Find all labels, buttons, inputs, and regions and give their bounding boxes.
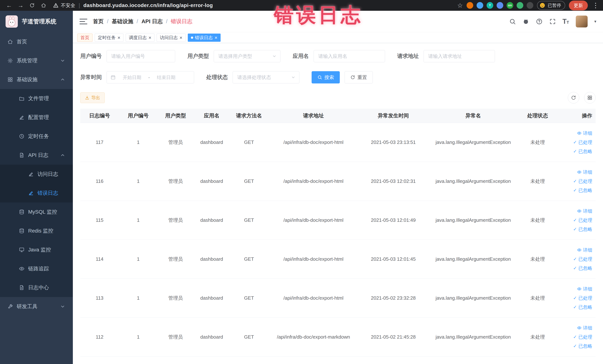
extension-icon[interactable]: on xyxy=(507,2,513,9)
ignored-link[interactable]: ✓已忽略 xyxy=(573,226,592,232)
extension-icon[interactable] xyxy=(527,2,533,9)
help-icon[interactable] xyxy=(536,18,543,25)
browser-menu-icon[interactable]: ⋮ xyxy=(592,1,599,9)
date-range-picker[interactable]: - xyxy=(107,71,194,83)
tab[interactable]: 调度日志 × xyxy=(126,34,154,42)
table-toolbar: 导出 xyxy=(80,92,596,104)
request-url-input[interactable] xyxy=(424,50,495,62)
eye-icon xyxy=(577,326,581,330)
sidebar-item[interactable]: 文件管理 xyxy=(0,89,73,108)
detail-link[interactable]: 详细 xyxy=(577,325,592,331)
detail-link[interactable]: 详细 xyxy=(577,208,592,214)
user-type-select[interactable] xyxy=(214,50,280,62)
fullscreen-icon[interactable] xyxy=(549,18,556,25)
sidebar-collapse-icon[interactable] xyxy=(80,19,87,24)
extension-icon[interactable] xyxy=(467,2,473,9)
font-size-icon[interactable]: TT xyxy=(563,18,569,25)
avatar[interactable] xyxy=(576,16,588,27)
processed-link[interactable]: ✓已处理 xyxy=(573,178,592,184)
chevron-down-icon xyxy=(272,54,277,59)
tab-close-icon[interactable]: × xyxy=(117,35,120,40)
ignored-link[interactable]: ✓已忽略 xyxy=(573,343,592,349)
ignored-link[interactable]: ✓已忽略 xyxy=(573,187,592,193)
ignored-link[interactable]: ✓已忽略 xyxy=(573,148,592,154)
extension-icon[interactable] xyxy=(517,2,523,9)
detail-link[interactable]: 详细 xyxy=(577,286,592,292)
sidebar-item[interactable]: 研发工具 xyxy=(0,297,73,316)
tab[interactable]: 访问日志 × xyxy=(157,34,185,42)
processed-link[interactable]: ✓已处理 xyxy=(573,217,592,223)
export-button[interactable]: 导出 xyxy=(80,92,105,103)
tab[interactable]: 错误日志 × xyxy=(188,34,220,42)
check-icon: ✓ xyxy=(573,179,577,183)
db-icon xyxy=(19,228,24,234)
breadcrumb-item[interactable]: 错误日志 / xyxy=(171,18,192,25)
home-icon[interactable] xyxy=(39,1,48,10)
detail-link[interactable]: 详细 xyxy=(577,130,592,136)
tab-close-icon[interactable]: × xyxy=(179,35,182,40)
chevron-icon xyxy=(60,153,65,158)
bookmark-star-icon[interactable]: ☆ xyxy=(457,2,463,9)
sidebar-item[interactable]: 配置管理 xyxy=(0,108,73,127)
column-settings-button[interactable] xyxy=(584,92,596,104)
back-icon[interactable]: ← xyxy=(4,1,14,10)
sidebar-item[interactable]: 首页 xyxy=(0,32,73,51)
sidebar-item[interactable]: 定时任务 xyxy=(0,127,73,146)
breadcrumb-item[interactable]: API 日志 / xyxy=(141,18,171,25)
sidebar-item[interactable]: 链路追踪 xyxy=(0,259,73,278)
tab[interactable]: 定时任务 × xyxy=(95,34,123,42)
github-icon[interactable] xyxy=(522,18,529,25)
wrench-icon xyxy=(7,304,13,309)
sidebar-item[interactable]: API 日志 xyxy=(0,146,73,165)
sidebar-item[interactable]: 错误日志 xyxy=(0,184,73,202)
detail-link[interactable]: 详细 xyxy=(577,247,592,253)
address-bar[interactable]: dashboard.yudao.iocoder.cn/infra/log/api… xyxy=(83,2,213,8)
paused-badge[interactable]: 已暂停 xyxy=(537,1,565,10)
sidebar-item[interactable]: 日志中心 xyxy=(0,278,73,297)
detail-link[interactable]: 详细 xyxy=(577,169,592,175)
cell-user-type: 管理员 xyxy=(158,162,194,201)
edit-icon xyxy=(28,190,34,196)
processed-link[interactable]: ✓已处理 xyxy=(573,295,592,301)
ignored-link[interactable]: ✓已忽略 xyxy=(573,304,592,310)
tab-close-icon[interactable]: × xyxy=(149,35,151,40)
process-status-select[interactable] xyxy=(233,71,299,83)
caret-down-icon[interactable]: ▾ xyxy=(594,19,596,24)
tab-close-icon[interactable]: × xyxy=(215,35,217,40)
breadcrumb-item[interactable]: 基础设施 / xyxy=(112,18,141,25)
start-date-input[interactable] xyxy=(118,75,146,80)
extension-icon[interactable]: Y xyxy=(487,2,493,9)
ignored-link[interactable]: ✓已忽略 xyxy=(573,265,592,271)
sidebar-item[interactable]: Redis 监控 xyxy=(0,221,73,240)
sidebar-item[interactable]: 基础设施 xyxy=(0,70,73,89)
column-header: 异常名 xyxy=(428,109,518,123)
sidebar-item[interactable]: Java 监控 xyxy=(0,240,73,259)
breadcrumb-item[interactable]: 首页 / xyxy=(93,18,112,25)
cell-log-id: 115 xyxy=(80,201,119,240)
sidebar-item[interactable]: 系统管理 xyxy=(0,51,73,70)
extension-icon[interactable] xyxy=(476,2,483,9)
forward-icon[interactable]: → xyxy=(16,1,26,10)
sidebar-item[interactable]: MySQL 监控 xyxy=(0,202,73,221)
cell-method: GET xyxy=(230,201,268,240)
sidebar-item[interactable]: 访问日志 xyxy=(0,165,73,184)
update-button[interactable]: 更新 xyxy=(569,0,588,10)
app-name-input[interactable] xyxy=(314,50,385,62)
user-id-input[interactable] xyxy=(107,50,175,62)
end-date-input[interactable] xyxy=(152,75,180,80)
tab[interactable]: 首页 xyxy=(77,34,93,42)
reset-button[interactable]: 重置 xyxy=(345,71,373,83)
processed-link[interactable]: ✓已处理 xyxy=(573,256,592,262)
screen: ← → 不安全 | dashboard.yudao.iocoder.cn/inf… xyxy=(0,0,603,364)
extension-icon[interactable] xyxy=(497,2,503,9)
site-security[interactable]: 不安全 xyxy=(53,2,75,9)
search-button[interactable]: 搜索 xyxy=(312,71,340,83)
refresh-table-button[interactable] xyxy=(568,92,579,104)
app-logo: 芋道管理系统 xyxy=(0,11,73,32)
column-header: 用户编号 xyxy=(119,109,158,123)
search-icon[interactable] xyxy=(509,18,516,25)
processed-link[interactable]: ✓已处理 xyxy=(573,334,592,340)
reload-icon[interactable] xyxy=(27,1,37,10)
processed-link[interactable]: ✓已处理 xyxy=(573,139,592,145)
cell-method: GET xyxy=(230,279,268,317)
